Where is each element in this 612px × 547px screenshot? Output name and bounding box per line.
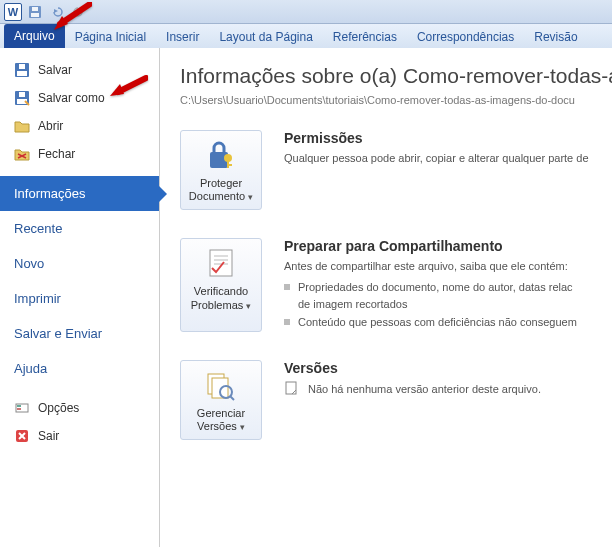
menu-recente[interactable]: Recente [0,211,159,246]
proteger-documento-button[interactable]: Proteger Documento ▾ [180,130,262,210]
exit-icon [14,428,30,444]
menu-abrir[interactable]: Abrir [0,112,159,140]
save-icon [14,62,30,78]
svg-line-28 [230,396,234,400]
checklist-icon [203,245,239,281]
close-folder-icon [14,146,30,162]
menu-label: Recente [14,221,62,236]
title-bar: W [0,0,612,24]
section-heading: Versões [284,360,612,376]
options-icon [14,400,30,416]
qat-redo-icon[interactable] [70,3,88,21]
gerenciar-versoes-button[interactable]: Gerenciar Versões ▾ [180,360,262,440]
menu-ajuda[interactable]: Ajuda [0,351,159,386]
svg-rect-20 [227,164,232,166]
section-heading: Preparar para Compartilhamento [284,238,612,254]
menu-label: Imprimir [14,291,61,306]
menu-label: Informações [14,186,86,201]
svg-rect-8 [19,92,25,97]
menu-label: Salvar [38,63,72,77]
open-icon [14,118,30,134]
tab-inserir[interactable]: Inserir [156,26,209,48]
file-path: C:\Users\Usuario\Documents\tutoriais\Com… [180,94,612,106]
versions-text: Não há nenhuma versão anterior deste arq… [308,383,541,395]
tab-correspondencias[interactable]: Correspondências [407,26,524,48]
section-preparar: Verificando Problemas ▾ Preparar para Co… [180,238,612,331]
section-heading: Permissões [284,130,612,146]
svg-rect-12 [17,405,21,407]
menu-sair[interactable]: Sair [0,422,159,450]
page-title: Informações sobre o(a) Como-remover-toda… [180,64,612,88]
versions-icon [203,367,239,403]
button-label: Proteger Documento ▾ [185,177,257,203]
menu-label: Abrir [38,119,63,133]
section-versoes: Gerenciar Versões ▾ Versões Não há nenhu… [180,360,612,440]
menu-imprimir[interactable]: Imprimir [0,281,159,316]
menu-salvar-enviar[interactable]: Salvar e Enviar [0,316,159,351]
tab-layout[interactable]: Layout da Página [209,26,322,48]
ribbon-tabs: Arquivo Página Inicial Inserir Layout da… [0,24,612,48]
tab-revisao[interactable]: Revisão [524,26,587,48]
menu-label: Novo [14,256,44,271]
tab-referencias[interactable]: Referências [323,26,407,48]
word-app-icon: W [4,3,22,21]
svg-rect-4 [17,71,27,76]
save-as-icon [14,90,30,106]
menu-salvar[interactable]: Salvar [0,56,159,84]
menu-fechar[interactable]: Fechar [0,140,159,168]
qat-undo-icon[interactable] [48,3,66,21]
section-text: Antes de compartilhar este arquivo, saib… [284,258,612,275]
document-version-icon [284,380,300,398]
menu-label: Sair [38,429,59,443]
menu-opcoes[interactable]: Opções [0,394,159,422]
qat-save-icon[interactable] [26,3,44,21]
tab-pagina-inicial[interactable]: Página Inicial [65,26,156,48]
menu-salvar-como[interactable]: Salvar como [0,84,159,112]
lock-key-icon [203,137,239,173]
section-permissoes: Proteger Documento ▾ Permissões Qualquer… [180,130,612,210]
menu-novo[interactable]: Novo [0,246,159,281]
menu-label: Fechar [38,147,75,161]
section-text: Qualquer pessoa pode abrir, copiar e alt… [284,150,612,167]
menu-label: Salvar como [38,91,105,105]
bullet-item: Propriedades do documento, nome do autor… [284,279,612,297]
svg-rect-2 [32,7,38,11]
svg-rect-21 [210,250,232,276]
backstage-content: Informações sobre o(a) Como-remover-toda… [160,48,612,547]
bullet-item: de imagem recortados [284,296,612,314]
menu-informacoes[interactable]: Informações [0,176,159,211]
menu-label: Ajuda [14,361,47,376]
svg-rect-1 [31,13,39,17]
button-label: Gerenciar Versões ▾ [185,407,257,433]
bullet-item: Conteúdo que pessoas com deficiências nã… [284,314,612,332]
tab-arquivo[interactable]: Arquivo [4,24,65,48]
verificando-problemas-button[interactable]: Verificando Problemas ▾ [180,238,262,331]
menu-label: Opções [38,401,79,415]
svg-rect-5 [19,64,25,69]
svg-rect-13 [17,408,21,410]
backstage-left-menu: Salvar Salvar como Abrir Fechar Informaç… [0,48,160,547]
button-label: Verificando Problemas ▾ [185,285,257,311]
menu-label: Salvar e Enviar [14,326,102,341]
